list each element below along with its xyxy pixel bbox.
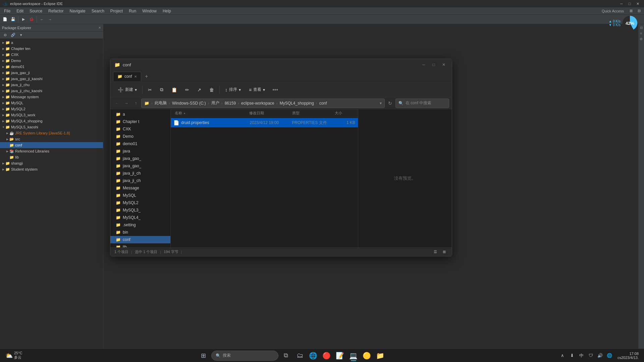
- fe-col-type[interactable]: 类型: [291, 111, 334, 116]
- fe-nav-chapter[interactable]: 📁 Chapter t: [110, 118, 170, 125]
- tree-item-java-ji-chu[interactable]: ▶ 📁 java_ji_chu: [0, 82, 103, 88]
- fe-new-btn[interactable]: ➕ 新建 ▾: [114, 84, 140, 95]
- fe-nav-a[interactable]: 📁 a: [110, 111, 170, 118]
- fe-nav-java-ji2[interactable]: 📁 java_ji_ch: [110, 177, 170, 184]
- maximize-button[interactable]: □: [626, 0, 633, 7]
- fe-address-dropdown[interactable]: ▾: [380, 101, 382, 106]
- tree-item-shangji[interactable]: ▶ 📁 shangji: [0, 160, 103, 166]
- fe-address-box[interactable]: 📁 › 此电脑 › Windows-SSD (C:) › 用户 › 86159 …: [141, 99, 385, 108]
- tree-item-mysql2[interactable]: ▶ 📁 MySQL2: [0, 106, 103, 112]
- fe-crumb-workspace[interactable]: eclipse-workspace: [241, 101, 274, 106]
- fe-nav-java-ji1[interactable]: 📁 java_ji_ch: [110, 170, 170, 177]
- fe-copy-btn[interactable]: ⧉: [157, 84, 167, 95]
- fe-close-btn[interactable]: ✕: [440, 62, 448, 68]
- fe-tab-conf[interactable]: 📁 conf ✕: [113, 72, 141, 81]
- fe-nav-demo01[interactable]: 📁 demo01: [110, 140, 170, 147]
- fe-crumb-users[interactable]: 用户: [211, 100, 219, 106]
- fe-back-btn[interactable]: ←: [113, 99, 121, 107]
- fe-nav-cxk[interactable]: 📁 CXK: [110, 125, 170, 133]
- tree-item-cxk[interactable]: ▶ 📁 CXK: [0, 52, 103, 58]
- menu-file[interactable]: File: [1, 8, 13, 14]
- tree-item-jre[interactable]: ▶ ☕ JRE System Library [JavaSE-1.8]: [0, 130, 103, 136]
- tray-ime-icon[interactable]: 中: [577, 352, 585, 360]
- fe-nav-java-gao1[interactable]: 📁 java_gao_: [110, 155, 170, 162]
- fe-more-btn[interactable]: •••: [270, 87, 281, 93]
- fe-nav-mysql4[interactable]: 📁 MySQL4_: [110, 214, 170, 221]
- fe-nav-mysql2[interactable]: 📁 MySQL2: [110, 199, 170, 206]
- taskbar-explorer-icon[interactable]: 🗂: [294, 350, 306, 362]
- taskbar-notes-icon[interactable]: 📝: [334, 350, 346, 362]
- fe-detail-view-btn[interactable]: ⊞: [440, 248, 448, 256]
- fe-nav-conf[interactable]: 📁 conf: [110, 236, 170, 243]
- layout-btn[interactable]: ⊟: [635, 7, 643, 15]
- menu-refactor[interactable]: Refactor: [46, 8, 66, 14]
- right-panel-icon-2[interactable]: ≡: [639, 31, 644, 36]
- tree-item-referenced-libraries[interactable]: ▶ 📚 Referenced Libraries: [0, 148, 103, 154]
- taskbar-app2-icon[interactable]: 🟡: [361, 350, 373, 362]
- tree-item-demo[interactable]: ▶ 📁 Demo: [0, 58, 103, 64]
- fe-tab-close-icon[interactable]: ✕: [134, 75, 137, 78]
- minimize-button[interactable]: ─: [618, 0, 625, 7]
- tree-item-message-system[interactable]: ▶ 📁 Message system: [0, 94, 103, 100]
- tree-item-lib[interactable]: 📁 lib: [0, 154, 103, 160]
- taskbar-app1-icon[interactable]: 🔴: [321, 350, 333, 362]
- fe-delete-btn[interactable]: 🗑: [206, 84, 217, 95]
- fe-file-druid[interactable]: 📄 druid.properties 2023/4/12 19:00 PROPE…: [171, 118, 358, 127]
- fe-nav-bin[interactable]: 📁 bin: [110, 229, 170, 236]
- fe-search-box[interactable]: 🔍 在 conf 中搜索: [395, 99, 449, 108]
- tree-item-a[interactable]: ▶ 📁 a: [0, 40, 103, 46]
- fe-nav-demo[interactable]: 📁 Demo: [110, 133, 170, 140]
- menu-run[interactable]: Run: [126, 8, 139, 14]
- fe-nav-lib[interactable]: 📁 lib: [110, 243, 170, 247]
- menu-search[interactable]: Search: [89, 8, 107, 14]
- menu-window[interactable]: Window: [140, 8, 159, 14]
- task-view-btn[interactable]: ⧉: [280, 349, 292, 362]
- new-btn[interactable]: 📄: [1, 16, 9, 23]
- fe-refresh-btn[interactable]: ↻: [386, 99, 394, 107]
- fe-cut-btn[interactable]: ✂: [145, 84, 155, 95]
- fe-col-name[interactable]: 名称 ▲: [173, 111, 248, 116]
- tray-antivirus-icon[interactable]: 🛡: [587, 352, 595, 360]
- fe-view-btn[interactable]: ≡ 查看 ▾: [246, 84, 268, 95]
- fe-minimize-btn[interactable]: ─: [420, 62, 428, 68]
- fe-nav-java-gao2[interactable]: 📁 java_gao_: [110, 162, 170, 170]
- tree-item-mysql4-shopping[interactable]: ▶ 📁 MySQL4_shopping: [0, 118, 103, 124]
- taskbar-eclipse-icon[interactable]: 💻: [347, 350, 360, 362]
- fe-nav-setting[interactable]: 📁 .setting: [110, 221, 170, 229]
- tree-item-java-gao-ji-kaoshi[interactable]: ▶ 📁 java_gao_ji_kaoshi: [0, 76, 103, 82]
- right-panel-icon-3[interactable]: ⚙: [639, 36, 644, 42]
- tree-item-src[interactable]: ▶ 📂 src: [0, 136, 103, 142]
- fe-up-btn[interactable]: ↑: [132, 99, 140, 107]
- tree-item-mysql3-work[interactable]: ▶ 📁 MySQL3_work: [0, 112, 103, 118]
- pe-menu-btn[interactable]: ▾: [17, 32, 25, 39]
- tray-download-icon[interactable]: ⬇: [568, 352, 576, 360]
- fe-crumb-project[interactable]: MySQL4_shopping: [280, 101, 314, 106]
- forward-btn[interactable]: →: [46, 16, 54, 23]
- pe-collapse-btn[interactable]: ⊖: [1, 32, 9, 39]
- fe-tab-add-btn[interactable]: +: [143, 72, 151, 80]
- fe-rename-btn[interactable]: ✏: [182, 84, 193, 95]
- tray-arrow-icon[interactable]: ∧: [558, 352, 567, 360]
- pe-close[interactable]: ✕: [98, 26, 101, 29]
- right-panel-icon-1[interactable]: ⊟: [639, 25, 644, 30]
- tree-item-mysql[interactable]: ▶ 📁 MySQL: [0, 100, 103, 106]
- tray-network-icon[interactable]: 🌐: [605, 352, 613, 360]
- fe-nav-java[interactable]: 📁 java: [110, 147, 170, 155]
- tree-item-student-stystem[interactable]: ▶ 📁 Student stystem: [0, 166, 103, 172]
- fe-nav-mysql3[interactable]: 📁 MySQL3_: [110, 206, 170, 214]
- fe-col-size[interactable]: 大小: [333, 111, 355, 116]
- tree-item-mysql5-kaoshi[interactable]: ▼ 📁 MySQL5_kaoshi: [0, 124, 103, 130]
- tree-item-conf[interactable]: 📁 conf: [0, 142, 103, 148]
- tree-item-chapter-ten[interactable]: ▶ 📁 Chapter ten: [0, 46, 103, 52]
- tray-volume-icon[interactable]: 🔊: [596, 352, 604, 360]
- debug-btn[interactable]: 🐞: [28, 16, 35, 23]
- fe-list-view-btn[interactable]: ☰: [432, 248, 439, 256]
- fe-crumb-drive[interactable]: Windows-SSD (C:): [172, 101, 206, 106]
- fe-crumb-pc[interactable]: 此电脑: [155, 100, 167, 106]
- menu-source[interactable]: Source: [27, 8, 45, 14]
- fe-crumb-user[interactable]: 86159: [225, 101, 236, 106]
- save-btn[interactable]: 💾: [9, 16, 17, 23]
- tree-item-java-gao-ji[interactable]: ▶ 📁 java_gao_ji: [0, 70, 103, 76]
- menu-help[interactable]: Help: [160, 8, 174, 14]
- fe-col-date[interactable]: 修改日期: [248, 111, 291, 116]
